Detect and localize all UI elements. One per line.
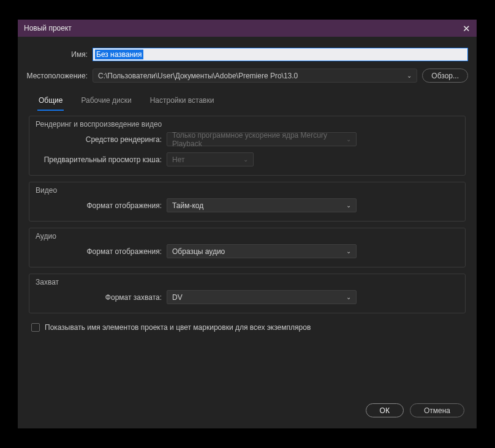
location-path: C:\Пользователи\User\Документы\Adobe\Pre… bbox=[98, 72, 298, 80]
video-display-label: Формат отображения: bbox=[38, 201, 167, 210]
ok-button[interactable]: ОК bbox=[366, 403, 404, 417]
audio-display-value: Образцы аудио bbox=[172, 247, 225, 256]
tab-general[interactable]: Общие bbox=[37, 92, 64, 111]
capture-legend: Захват bbox=[36, 278, 59, 286]
dialog-content: Имя: Без названия Местоположение: C:\Пол… bbox=[18, 37, 477, 428]
location-select[interactable]: C:\Пользователи\User\Документы\Adobe\Pre… bbox=[93, 69, 417, 83]
renderer-label: Средство рендеринга: bbox=[38, 135, 167, 144]
capture-format-label: Формат захвата: bbox=[38, 293, 167, 302]
name-input-value: Без названия bbox=[95, 50, 143, 59]
rendering-group: Рендеринг и воспроизведение видео Средст… bbox=[29, 116, 466, 176]
tabs: Общие Рабочие диски Настройки вставки bbox=[26, 89, 468, 111]
video-group: Видео Формат отображения: Тайм-код ⌄ bbox=[29, 182, 466, 222]
name-label: Имя: bbox=[26, 50, 93, 59]
capture-format-dropdown[interactable]: DV ⌄ bbox=[167, 290, 357, 304]
renderer-value: Только программное ускорение ядра Mercur… bbox=[172, 131, 346, 148]
video-display-value: Тайм-код bbox=[172, 201, 203, 210]
cancel-button[interactable]: Отмена bbox=[410, 403, 464, 417]
location-label: Местоположение: bbox=[26, 72, 93, 80]
browse-button[interactable]: Обзор... bbox=[422, 69, 468, 83]
name-input[interactable]: Без названия bbox=[93, 48, 468, 61]
rendering-legend: Рендеринг и воспроизведение видео bbox=[36, 120, 162, 129]
show-name-checkbox[interactable] bbox=[31, 323, 40, 332]
chevron-down-icon: ⌄ bbox=[346, 248, 351, 255]
video-display-dropdown[interactable]: Тайм-код ⌄ bbox=[167, 198, 357, 212]
window-title: Новый проект bbox=[24, 24, 72, 32]
audio-display-label: Формат отображения: bbox=[38, 247, 167, 256]
chevron-down-icon: ⌄ bbox=[243, 156, 248, 163]
audio-group: Аудио Формат отображения: Образцы аудио … bbox=[29, 228, 466, 267]
chevron-down-icon: ⌄ bbox=[346, 136, 351, 143]
video-legend: Видео bbox=[36, 186, 57, 195]
name-row: Имя: Без названия bbox=[26, 48, 468, 61]
general-panel: Рендеринг и воспроизведение видео Средст… bbox=[26, 111, 468, 332]
chevron-down-icon: ⌄ bbox=[407, 72, 412, 79]
audio-legend: Аудио bbox=[36, 232, 56, 241]
capture-format-value: DV bbox=[172, 293, 183, 302]
chevron-down-icon: ⌄ bbox=[346, 202, 351, 209]
new-project-dialog: Новый проект ✕ Имя: Без названия Местопо… bbox=[18, 20, 477, 428]
cache-preview-dropdown: Нет ⌄ bbox=[167, 152, 254, 166]
tab-scratch-disks[interactable]: Рабочие диски bbox=[80, 92, 132, 111]
cache-preview-value: Нет bbox=[172, 155, 184, 164]
chevron-down-icon: ⌄ bbox=[346, 294, 351, 301]
location-row: Местоположение: C:\Пользователи\User\Док… bbox=[26, 69, 468, 83]
tab-ingest-settings[interactable]: Настройки вставки bbox=[149, 92, 216, 111]
capture-group: Захват Формат захвата: DV ⌄ bbox=[29, 274, 466, 313]
show-name-checkbox-row: Показывать имя элементов проекта и цвет … bbox=[29, 319, 466, 332]
renderer-dropdown: Только программное ускорение ядра Mercur… bbox=[167, 132, 357, 146]
audio-display-dropdown[interactable]: Образцы аудио ⌄ bbox=[167, 244, 357, 258]
dialog-footer: ОК Отмена bbox=[26, 397, 468, 420]
close-icon[interactable]: ✕ bbox=[463, 24, 470, 33]
show-name-checkbox-label: Показывать имя элементов проекта и цвет … bbox=[45, 323, 311, 332]
cache-preview-label: Предварительный просмотр кэша: bbox=[38, 155, 167, 164]
titlebar: Новый проект ✕ bbox=[18, 20, 477, 37]
